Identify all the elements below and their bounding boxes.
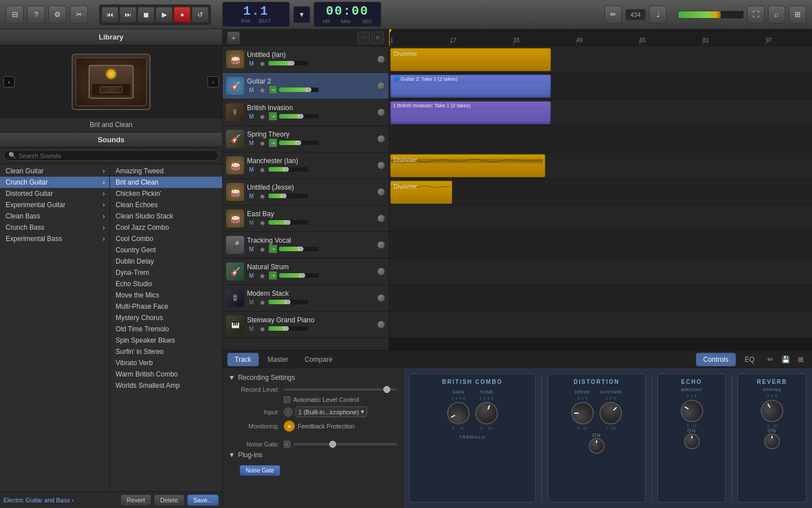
- sound-spin-speaker[interactable]: Spin Speaker Blues: [110, 335, 222, 346]
- track-headphones-button[interactable]: ◉: [258, 138, 267, 147]
- track-headphones-button[interactable]: ◉: [258, 324, 267, 333]
- track-row[interactable]: 🎹 Steinway Grand Piano M ◉: [223, 312, 389, 338]
- save-icon[interactable]: 💾: [779, 353, 792, 366]
- track-headphones-button[interactable]: ◉: [258, 244, 267, 253]
- plugins-section-header[interactable]: ▼ Plug-ins: [228, 451, 397, 459]
- track-volume-knob[interactable]: [377, 55, 385, 63]
- footer-category[interactable]: Electric Guitar and Bass ›: [3, 497, 74, 503]
- track-mute-button[interactable]: M: [247, 324, 256, 333]
- recording-section-header[interactable]: ▼ Recording Settings: [228, 374, 397, 382]
- track-view-button[interactable]: ≡: [372, 32, 384, 44]
- sound-chicken-pickin[interactable]: Chicken Pickin': [110, 188, 222, 199]
- drive-knob[interactable]: [571, 402, 594, 424]
- save-button[interactable]: Save...: [187, 494, 219, 506]
- track-row[interactable]: 🎙 British Invasion M ◉ ⇥: [223, 99, 389, 126]
- track-level-knob[interactable]: [285, 220, 290, 225]
- category-experimental-guitar[interactable]: Experimental Guitar ›: [0, 199, 109, 211]
- category-crunch-bass[interactable]: Crunch Bass ›: [0, 222, 109, 233]
- track-headphones-button[interactable]: ◉: [258, 297, 267, 306]
- sound-dublin-delay[interactable]: Dublin Delay: [110, 256, 222, 267]
- sound-country-gent[interactable]: Country Gent: [110, 244, 222, 256]
- rewind-button[interactable]: ⏮: [102, 7, 118, 23]
- category-clean-bass[interactable]: Clean Bass ›: [0, 211, 109, 222]
- input-select[interactable]: 1 (Built-in...icrophone) ▾: [295, 406, 367, 417]
- record-button[interactable]: ●: [174, 7, 191, 23]
- track-volume-knob[interactable]: [377, 294, 385, 302]
- track-level-knob[interactable]: [283, 167, 289, 172]
- help-button[interactable]: ?: [27, 6, 45, 24]
- track-level-knob[interactable]: [299, 273, 305, 278]
- echo-on-knob[interactable]: [684, 433, 700, 449]
- track-mute-button[interactable]: M: [247, 218, 256, 227]
- track-volume-knob[interactable]: [377, 188, 385, 196]
- sound-vibrato-verb[interactable]: Vibrato Verb: [110, 357, 222, 369]
- prev-preset-button[interactable]: ‹: [3, 76, 15, 87]
- track-volume-knob[interactable]: [377, 161, 385, 169]
- next-preset-button[interactable]: ›: [208, 76, 219, 87]
- track-options-button[interactable]: ⋯: [358, 32, 370, 44]
- distortion-on-knob[interactable]: [589, 438, 604, 454]
- sound-old-time-tremolo[interactable]: Old Time Tremolo: [110, 323, 222, 335]
- revert-button[interactable]: Revert: [121, 494, 151, 506]
- new-project-button[interactable]: ⊟: [6, 6, 24, 24]
- category-crunch-guitar[interactable]: Crunch Guitar ›: [0, 177, 109, 188]
- reverb-knob[interactable]: [757, 396, 788, 427]
- clip[interactable]: Drummer // Draw waveform bars: [390, 48, 551, 71]
- echo-knob[interactable]: [676, 396, 707, 427]
- noise-gate-plugin-button[interactable]: Noise Gate: [240, 465, 280, 476]
- track-volume-knob[interactable]: [377, 108, 385, 116]
- record-level-thumb[interactable]: [383, 386, 390, 393]
- track-input-button[interactable]: ⇥: [268, 112, 277, 121]
- track-level-knob[interactable]: [283, 326, 289, 331]
- category-experimental-bass[interactable]: Experimental Bass ›: [0, 233, 109, 244]
- pencil-icon[interactable]: ✏: [764, 353, 777, 366]
- reverb-on-knob[interactable]: [764, 433, 780, 449]
- smart-controls-button[interactable]: ⊞: [789, 6, 806, 24]
- sound-worlds-smallest-amp[interactable]: Worlds Smallest Amp: [110, 380, 222, 391]
- track-mute-button[interactable]: M: [247, 271, 256, 280]
- sound-clean-echoes[interactable]: Clean Echoes: [110, 199, 222, 211]
- track-headphones-button[interactable]: ◉: [258, 218, 267, 227]
- sound-move-mics[interactable]: Move the Mics: [110, 290, 222, 301]
- track-mute-button[interactable]: M: [247, 59, 256, 68]
- track-row[interactable]: 🎤 Tracking Vocal M ◉ ⇥: [223, 232, 389, 259]
- cycle-button[interactable]: ↺: [192, 7, 209, 23]
- category-distorted-guitar[interactable]: Distorted Guitar ›: [0, 188, 109, 199]
- track-headphones-button[interactable]: ◉: [258, 165, 267, 174]
- fast-forward-button[interactable]: ⏭: [120, 7, 136, 23]
- track-volume-knob[interactable]: [377, 82, 385, 90]
- sound-mystery-chorus[interactable]: Mystery Chorus: [110, 312, 222, 323]
- track-row[interactable]: 🥁 East Bay M ◉: [223, 205, 389, 232]
- track-row[interactable]: 🎛 Modern Stack M ◉: [223, 285, 389, 312]
- noise-gate-thumb[interactable]: [329, 441, 336, 448]
- track-level-knob[interactable]: [285, 300, 290, 304]
- sound-clean-studio-stack[interactable]: Clean Studio Stack: [110, 211, 222, 222]
- track-mute-button[interactable]: M: [247, 112, 256, 121]
- track-mute-button[interactable]: M: [247, 297, 256, 306]
- sound-amazing-tweed[interactable]: Amazing Tweed: [110, 165, 222, 177]
- stop-button[interactable]: ◼: [138, 7, 155, 23]
- eq-tab[interactable]: EQ: [738, 353, 762, 366]
- lcd-dropdown[interactable]: ▼: [293, 6, 310, 23]
- pencil-tool[interactable]: ✏: [604, 6, 622, 24]
- track-volume-knob[interactable]: [377, 268, 385, 275]
- track-volume-knob[interactable]: [377, 214, 385, 222]
- controls-tab[interactable]: Controls: [696, 353, 736, 366]
- track-tab[interactable]: Track: [227, 353, 259, 366]
- track-input-button[interactable]: ⇥: [268, 138, 277, 147]
- track-row[interactable]: 🥁 Manchester (Ian) M ◉: [223, 152, 389, 179]
- metronome-button[interactable]: ♩: [649, 6, 667, 24]
- add-track-button[interactable]: +: [227, 32, 240, 44]
- auto-level-checkbox[interactable]: [284, 396, 290, 403]
- sound-warm-british-combo[interactable]: Warm British Combo: [110, 369, 222, 380]
- settings-button[interactable]: ⚙: [48, 6, 67, 24]
- search-input[interactable]: [19, 152, 214, 159]
- track-level-knob[interactable]: [298, 247, 303, 251]
- track-level-knob[interactable]: [295, 141, 301, 145]
- sound-surfin-stereo[interactable]: Surfin' in Stereo: [110, 346, 222, 357]
- track-mute-button[interactable]: M: [247, 138, 256, 147]
- tempo-display[interactable]: 434: [625, 9, 646, 20]
- track-mute-button[interactable]: M: [247, 85, 256, 94]
- sound-cool-jazz-combo[interactable]: Cool Jazz Combo: [110, 222, 222, 233]
- scissors-button[interactable]: ✂: [70, 6, 88, 24]
